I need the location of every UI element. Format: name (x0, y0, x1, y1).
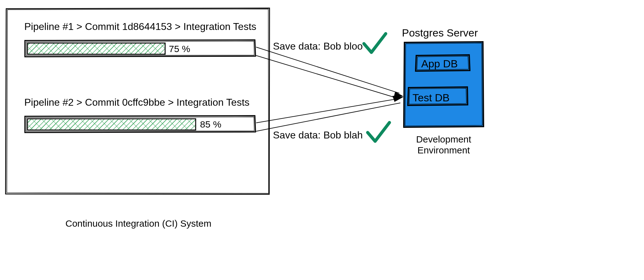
test-db-label: Test DB (413, 92, 450, 104)
pipeline-1-progress-label: 75 % (169, 44, 190, 54)
svg-rect-7 (27, 119, 196, 130)
pipeline-2-breadcrumb: Pipeline #2 > Commit 0cffc9bbe > Integra… (24, 97, 250, 108)
postgres-server: Postgres Server App DB Test DB Developme… (402, 27, 484, 155)
action-1-label: Save data: Bob bloo (273, 41, 363, 52)
pipeline-1: Pipeline #1 > Commit 1d8644153 > Integra… (24, 21, 256, 57)
action-2: Save data: Bob blah (273, 123, 389, 141)
check-icon (368, 123, 389, 141)
pipeline-2-progress-label: 85 % (200, 119, 221, 129)
pipeline-2-progress-bar: 85 % (25, 116, 255, 133)
diagram-root: Pipeline #1 > Commit 1d8644153 > Integra… (0, 0, 644, 280)
test-db: Test DB (408, 87, 468, 105)
action-1: Save data: Bob bloo (273, 34, 386, 52)
svg-rect-4 (27, 43, 165, 54)
action-2-label: Save data: Bob blah (273, 129, 363, 141)
server-subtitle-line2: Environment (417, 145, 470, 155)
check-icon (364, 34, 386, 52)
pipeline-1-breadcrumb: Pipeline #1 > Commit 1d8644153 > Integra… (24, 21, 256, 32)
server-title: Postgres Server (402, 27, 478, 39)
app-db-label: App DB (421, 58, 458, 70)
arrow-1 (256, 47, 403, 99)
server-subtitle-line1: Development (416, 134, 471, 144)
arrow-2 (256, 96, 403, 131)
app-db: App DB (416, 55, 470, 71)
ci-system-label: Continuous Integration (CI) System (65, 218, 212, 229)
pipeline-1-progress-bar: 75 % (25, 40, 255, 57)
pipeline-2: Pipeline #2 > Commit 0cffc9bbe > Integra… (24, 97, 255, 133)
